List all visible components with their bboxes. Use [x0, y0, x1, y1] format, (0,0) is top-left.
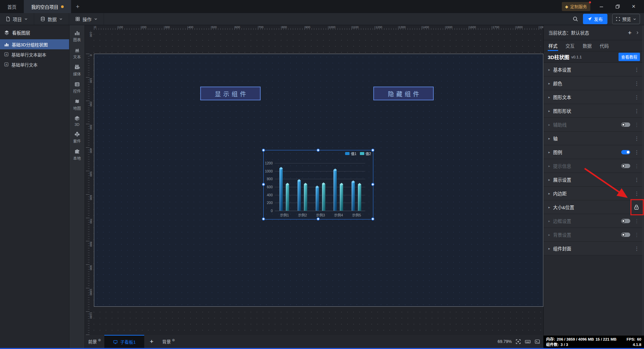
selection-handle[interactable]	[371, 217, 374, 220]
memory-value: 206 / 3859 / 4096 MB	[557, 337, 594, 342]
section-颜色[interactable]: ▸颜色⋮	[544, 77, 644, 90]
dock-item-地图[interactable]: 地图	[69, 94, 85, 111]
artboard[interactable]: 显示组件 隐藏组件 020040060080010001200示例1示例2示例3…	[94, 54, 543, 307]
chevron-right-icon[interactable]	[636, 31, 639, 35]
menu-actions[interactable]: 操作	[69, 13, 104, 25]
kebab-menu-icon[interactable]: ⋮	[634, 95, 639, 100]
dock-item-媒体[interactable]: 媒体	[69, 59, 85, 77]
bar-值1-示例4	[333, 170, 337, 211]
shortcut-keyboard-button[interactable]	[525, 339, 531, 344]
inspector-tab-样式[interactable]: 样式	[548, 40, 557, 51]
selection-handle[interactable]	[262, 149, 265, 152]
section-大小&位置[interactable]: ▸大小&位置	[544, 200, 644, 214]
dock-item-图表[interactable]: 图表	[69, 25, 85, 42]
section-轴[interactable]: ▸轴⋮	[544, 132, 644, 145]
h-ruler-label: 800	[282, 26, 287, 29]
app-version: 4.1.8	[633, 342, 641, 347]
h-ruler-label: 900	[305, 26, 310, 29]
section-提示信息[interactable]: ▸提示信息⋮	[544, 159, 644, 173]
kebab-menu-icon[interactable]: ⋮	[634, 177, 639, 182]
minimize-button[interactable]	[596, 2, 606, 12]
kebab-menu-icon[interactable]: ⋮	[634, 163, 639, 168]
dock-item-套件[interactable]: 套件	[69, 127, 85, 144]
dock-item-控件[interactable]: 控件	[69, 77, 85, 94]
custom-service-badge[interactable]: ◆ 定制服务	[562, 2, 590, 11]
section-边框设置[interactable]: ▸边框设置⋮	[544, 214, 644, 228]
toggle-off[interactable]	[621, 233, 630, 237]
tab-project[interactable]: 我的空白项目	[24, 0, 71, 13]
kebab-menu-icon[interactable]: ⋮	[634, 246, 639, 251]
section-辅助线[interactable]: ▸辅助线⋮	[544, 118, 644, 132]
kebab-menu-icon[interactable]: ⋮	[634, 108, 639, 113]
hide-component-button[interactable]: 隐藏组件	[373, 87, 434, 100]
preview-button[interactable]: 预览	[612, 14, 640, 24]
kebab-menu-icon[interactable]: ⋮	[634, 191, 639, 196]
board-tab-active[interactable]: 子看板1	[104, 335, 144, 348]
tab-home[interactable]: 首页	[0, 0, 24, 13]
add-board-button[interactable]: +	[144, 335, 159, 348]
section-内边距[interactable]: ▸内边距⋮	[544, 187, 644, 200]
selection-handle[interactable]	[262, 217, 265, 220]
selection-handle[interactable]	[317, 217, 320, 220]
publish-button[interactable]: 发布	[583, 14, 607, 24]
selection-handle[interactable]	[371, 149, 374, 152]
background-button[interactable]: 背景⊕	[159, 335, 178, 348]
selection-handle[interactable]	[371, 183, 374, 186]
kebab-menu-icon[interactable]: ⋮	[634, 136, 639, 141]
section-组件封面[interactable]: ▸组件封面⋮	[544, 242, 644, 255]
toggle-off[interactable]	[621, 122, 630, 127]
toggle-on[interactable]	[621, 150, 630, 154]
section-图形形状[interactable]: ▸图形形状⋮	[544, 104, 644, 118]
section-基本设置[interactable]: ▸基本设置⋮	[544, 63, 644, 77]
circle-plus-icon[interactable]: ⊕	[172, 338, 175, 342]
circle-plus-icon[interactable]: ⊕	[98, 338, 101, 342]
section-背景设置[interactable]: ▸背景设置⋮	[544, 228, 644, 242]
bar-值1-示例1	[279, 168, 283, 211]
add-state-button[interactable]: +	[628, 30, 632, 36]
canvas[interactable]: 0100200300400500600700800900100011001200…	[85, 25, 543, 335]
lock-icon[interactable]	[634, 204, 639, 210]
search-button[interactable]	[573, 16, 578, 22]
menu-project[interactable]: 项目	[0, 13, 34, 25]
kebab-menu-icon[interactable]: ⋮	[634, 122, 639, 127]
kebab-menu-icon[interactable]: ⋮	[634, 81, 639, 86]
section-图形文本[interactable]: ▸图形文本⋮	[544, 90, 644, 104]
3d-bar-chart-component[interactable]: 020040060080010001200示例1示例2示例3示例4示例5值1值2	[263, 150, 373, 219]
foreground-button[interactable]: 前景⊕	[85, 335, 104, 348]
new-tab-button[interactable]: +	[71, 0, 84, 13]
layer-item-1[interactable]: A基础单行文本副本	[0, 49, 69, 59]
inspector-tab-交互[interactable]: 交互	[566, 40, 575, 51]
fps-label: FPS:	[627, 337, 635, 342]
chevron-right-icon: ▸	[548, 82, 550, 85]
layer-item-0[interactable]: 基础3D分组柱状图	[0, 39, 69, 49]
maximize-button[interactable]	[612, 2, 623, 12]
kebab-menu-icon[interactable]: ⋮	[634, 232, 639, 237]
toggle-off[interactable]	[621, 219, 630, 223]
console-button[interactable]	[535, 339, 540, 344]
gridline	[275, 211, 365, 211]
inspector-tab-代码[interactable]: 代码	[600, 40, 609, 51]
legend-item[interactable]: 值1	[345, 151, 356, 156]
section-label: 图形形状	[553, 107, 571, 114]
dock-item-文本[interactable]: 文本	[69, 42, 85, 59]
section-图例[interactable]: ▸图例⋮	[544, 145, 644, 159]
show-component-button[interactable]: 显示组件	[200, 87, 261, 100]
kebab-menu-icon[interactable]: ⋮	[634, 67, 639, 72]
scrollbar[interactable]	[642, 25, 644, 336]
selection-handle[interactable]	[317, 149, 320, 152]
close-button[interactable]: ×	[629, 2, 639, 12]
toggle-off[interactable]	[621, 164, 630, 168]
inspector-tab-数据[interactable]: 数据	[583, 40, 592, 51]
section-展示设置[interactable]: ▸展示设置⋮	[544, 173, 644, 187]
layer-item-2[interactable]: A基础单行文本	[0, 59, 69, 69]
dock-item-本地[interactable]: 本地	[69, 144, 85, 161]
hide-component-label: 隐藏组件	[388, 89, 422, 98]
fit-to-screen-button[interactable]	[516, 339, 521, 344]
kebab-menu-icon[interactable]: ⋮	[634, 218, 639, 223]
kebab-menu-icon[interactable]: ⋮	[634, 150, 639, 155]
menu-data[interactable]: 数据	[34, 13, 69, 25]
dock-item-3D[interactable]: 3D	[69, 111, 85, 127]
view-tutorial-button[interactable]: 查看教程	[619, 53, 640, 61]
custom-service-label: 定制服务	[570, 3, 587, 10]
legend-item[interactable]: 值2	[360, 151, 371, 156]
